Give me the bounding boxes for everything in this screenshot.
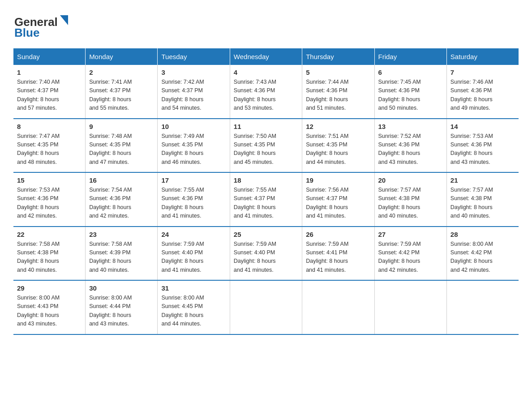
day-info: Sunrise: 7:56 AMSunset: 4:37 PMDaylight:…: [306, 186, 370, 221]
calendar-cell: 15Sunrise: 7:53 AMSunset: 4:36 PMDayligh…: [13, 172, 86, 227]
calendar-cell: 3Sunrise: 7:42 AMSunset: 4:37 PMDaylight…: [158, 65, 230, 119]
day-info: Sunrise: 8:00 AMSunset: 4:44 PMDaylight:…: [89, 294, 154, 329]
calendar-cell: 2Sunrise: 7:41 AMSunset: 4:37 PMDaylight…: [86, 65, 158, 119]
col-header-friday: Friday: [374, 48, 446, 65]
day-number: 27: [378, 231, 443, 238]
svg-text:Blue: Blue: [14, 26, 39, 39]
day-info: Sunrise: 7:54 AMSunset: 4:36 PMDaylight:…: [89, 186, 154, 221]
day-info: Sunrise: 7:50 AMSunset: 4:35 PMDaylight:…: [234, 132, 298, 167]
col-header-thursday: Thursday: [302, 48, 374, 65]
day-number: 14: [450, 123, 515, 130]
calendar-cell: 10Sunrise: 7:49 AMSunset: 4:35 PMDayligh…: [158, 119, 230, 173]
calendar-cell: 5Sunrise: 7:44 AMSunset: 4:36 PMDaylight…: [302, 65, 374, 119]
day-number: 11: [234, 123, 298, 130]
day-info: Sunrise: 8:00 AMSunset: 4:42 PMDaylight:…: [450, 240, 515, 275]
calendar-week-5: 29Sunrise: 8:00 AMSunset: 4:43 PMDayligh…: [13, 280, 519, 334]
day-info: Sunrise: 7:59 AMSunset: 4:40 PMDaylight:…: [234, 240, 298, 275]
calendar-cell: 6Sunrise: 7:45 AMSunset: 4:36 PMDaylight…: [374, 65, 446, 119]
day-info: Sunrise: 7:48 AMSunset: 4:35 PMDaylight:…: [89, 132, 154, 167]
day-number: 13: [378, 123, 443, 130]
calendar-cell: 18Sunrise: 7:55 AMSunset: 4:37 PMDayligh…: [230, 172, 302, 227]
calendar-cell: 28Sunrise: 8:00 AMSunset: 4:42 PMDayligh…: [446, 227, 519, 281]
day-info: Sunrise: 7:59 AMSunset: 4:42 PMDaylight:…: [378, 240, 443, 275]
calendar-cell: 19Sunrise: 7:56 AMSunset: 4:37 PMDayligh…: [302, 172, 374, 227]
calendar-cell: 31Sunrise: 8:00 AMSunset: 4:45 PMDayligh…: [158, 280, 230, 334]
col-header-sunday: Sunday: [13, 48, 86, 65]
day-number: 6: [378, 68, 443, 76]
calendar-cell: 14Sunrise: 7:53 AMSunset: 4:36 PMDayligh…: [446, 119, 519, 173]
day-info: Sunrise: 7:41 AMSunset: 4:37 PMDaylight:…: [89, 78, 154, 113]
day-info: Sunrise: 7:59 AMSunset: 4:40 PMDaylight:…: [161, 240, 226, 275]
day-number: 17: [161, 176, 226, 184]
calendar-cell: 16Sunrise: 7:54 AMSunset: 4:36 PMDayligh…: [86, 172, 158, 227]
day-number: 25: [234, 231, 298, 238]
day-number: 31: [161, 284, 226, 292]
day-number: 8: [17, 123, 82, 130]
day-number: 21: [450, 176, 515, 184]
calendar-cell: [230, 280, 302, 334]
day-info: Sunrise: 7:49 AMSunset: 4:35 PMDaylight:…: [161, 132, 226, 167]
day-number: 10: [161, 123, 226, 130]
calendar-cell: 29Sunrise: 8:00 AMSunset: 4:43 PMDayligh…: [13, 280, 86, 334]
calendar-cell: 12Sunrise: 7:51 AMSunset: 4:35 PMDayligh…: [302, 119, 374, 173]
day-info: Sunrise: 7:46 AMSunset: 4:36 PMDaylight:…: [450, 78, 515, 113]
day-number: 4: [234, 68, 298, 76]
day-number: 1: [17, 68, 82, 76]
day-number: 7: [450, 68, 515, 76]
day-info: Sunrise: 7:52 AMSunset: 4:36 PMDaylight:…: [378, 132, 443, 167]
day-number: 29: [17, 284, 82, 292]
day-number: 15: [17, 176, 82, 184]
day-info: Sunrise: 7:45 AMSunset: 4:36 PMDaylight:…: [378, 78, 443, 113]
calendar-cell: 22Sunrise: 7:58 AMSunset: 4:38 PMDayligh…: [13, 227, 86, 281]
logo: General Blue: [13, 9, 72, 40]
day-number: 16: [89, 176, 154, 184]
calendar-week-3: 15Sunrise: 7:53 AMSunset: 4:36 PMDayligh…: [13, 172, 519, 227]
day-info: Sunrise: 7:57 AMSunset: 4:38 PMDaylight:…: [378, 186, 443, 221]
calendar-header-row: SundayMondayTuesdayWednesdayThursdayFrid…: [13, 48, 519, 65]
day-info: Sunrise: 7:58 AMSunset: 4:39 PMDaylight:…: [89, 240, 154, 275]
calendar-cell: 13Sunrise: 7:52 AMSunset: 4:36 PMDayligh…: [374, 119, 446, 173]
day-info: Sunrise: 7:40 AMSunset: 4:37 PMDaylight:…: [17, 78, 82, 113]
calendar-week-2: 8Sunrise: 7:47 AMSunset: 4:35 PMDaylight…: [13, 119, 519, 173]
calendar-cell: 17Sunrise: 7:55 AMSunset: 4:36 PMDayligh…: [158, 172, 230, 227]
day-number: 19: [306, 176, 370, 184]
calendar-cell: [302, 280, 374, 334]
day-number: 23: [89, 231, 154, 238]
calendar-cell: 20Sunrise: 7:57 AMSunset: 4:38 PMDayligh…: [374, 172, 446, 227]
day-number: 9: [89, 123, 154, 130]
calendar-week-4: 22Sunrise: 7:58 AMSunset: 4:38 PMDayligh…: [13, 227, 519, 281]
day-number: 20: [378, 176, 443, 184]
day-number: 18: [234, 176, 298, 184]
calendar-table: SundayMondayTuesdayWednesdayThursdayFrid…: [13, 48, 519, 335]
day-number: 24: [161, 231, 226, 238]
day-number: 5: [306, 68, 370, 76]
day-info: Sunrise: 8:00 AMSunset: 4:45 PMDaylight:…: [161, 294, 226, 329]
day-number: 28: [450, 231, 515, 238]
day-number: 3: [161, 68, 226, 76]
day-info: Sunrise: 7:42 AMSunset: 4:37 PMDaylight:…: [161, 78, 226, 113]
calendar-cell: 23Sunrise: 7:58 AMSunset: 4:39 PMDayligh…: [86, 227, 158, 281]
day-number: 30: [89, 284, 154, 292]
day-info: Sunrise: 7:44 AMSunset: 4:36 PMDaylight:…: [306, 78, 370, 113]
day-info: Sunrise: 7:57 AMSunset: 4:38 PMDaylight:…: [450, 186, 515, 221]
calendar-cell: 24Sunrise: 7:59 AMSunset: 4:40 PMDayligh…: [158, 227, 230, 281]
col-header-wednesday: Wednesday: [230, 48, 302, 65]
day-number: 22: [17, 231, 82, 238]
calendar-cell: 1Sunrise: 7:40 AMSunset: 4:37 PMDaylight…: [13, 65, 86, 119]
day-info: Sunrise: 7:55 AMSunset: 4:36 PMDaylight:…: [161, 186, 226, 221]
calendar-cell: [446, 280, 519, 334]
day-info: Sunrise: 7:55 AMSunset: 4:37 PMDaylight:…: [234, 186, 298, 221]
calendar-cell: 30Sunrise: 8:00 AMSunset: 4:44 PMDayligh…: [86, 280, 158, 334]
calendar-cell: 9Sunrise: 7:48 AMSunset: 4:35 PMDaylight…: [86, 119, 158, 173]
calendar-cell: 4Sunrise: 7:43 AMSunset: 4:36 PMDaylight…: [230, 65, 302, 119]
calendar-cell: 8Sunrise: 7:47 AMSunset: 4:35 PMDaylight…: [13, 119, 86, 173]
calendar-cell: 27Sunrise: 7:59 AMSunset: 4:42 PMDayligh…: [374, 227, 446, 281]
calendar-cell: [374, 280, 446, 334]
day-info: Sunrise: 7:51 AMSunset: 4:35 PMDaylight:…: [306, 132, 370, 167]
calendar-cell: 26Sunrise: 7:59 AMSunset: 4:41 PMDayligh…: [302, 227, 374, 281]
page-header: General Blue: [13, 9, 519, 40]
calendar-cell: 25Sunrise: 7:59 AMSunset: 4:40 PMDayligh…: [230, 227, 302, 281]
day-info: Sunrise: 7:59 AMSunset: 4:41 PMDaylight:…: [306, 240, 370, 275]
day-info: Sunrise: 8:00 AMSunset: 4:43 PMDaylight:…: [17, 294, 82, 329]
calendar-week-1: 1Sunrise: 7:40 AMSunset: 4:37 PMDaylight…: [13, 65, 519, 119]
